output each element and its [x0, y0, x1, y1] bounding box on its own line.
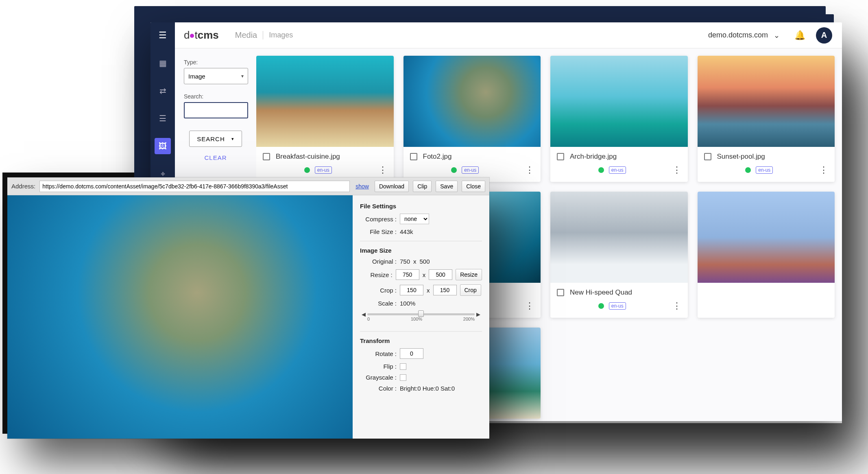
clear-button[interactable]: CLEAR — [184, 154, 247, 161]
lang-chip: en-us — [609, 302, 626, 310]
card-thumbnail[interactable] — [698, 192, 835, 283]
flip-checkbox[interactable] — [400, 363, 406, 370]
crop-label: Crop : — [360, 287, 397, 294]
menu-button[interactable]: ☰ — [150, 22, 175, 48]
brand-t: t — [194, 29, 197, 41]
save-button[interactable]: Save — [436, 181, 458, 192]
card-menu-button[interactable]: ⋮ — [819, 165, 828, 175]
editor-body: File Settings Compress : none File Size … — [7, 195, 489, 439]
card-menu-button[interactable]: ⋮ — [672, 165, 681, 175]
original-h: 500 — [420, 258, 430, 265]
scale-label: Scale : — [360, 300, 397, 307]
sitemap-icon: ⇄ — [159, 86, 166, 96]
card-checkbox[interactable] — [410, 153, 417, 160]
card-title: Sunset-pool.jpg — [717, 153, 765, 161]
transform-heading: Transform — [360, 337, 482, 344]
x-sep: x — [423, 271, 426, 278]
rotate-input[interactable] — [400, 348, 423, 359]
search-label: Search: — [184, 93, 247, 100]
resize-w-input[interactable] — [396, 269, 419, 280]
breadcrumb-section: Media — [235, 31, 257, 40]
search-button[interactable]: SEARCH ▾ — [189, 131, 242, 147]
media-card — [698, 192, 835, 318]
card-menu-button[interactable]: ⋮ — [525, 301, 534, 311]
crop-button[interactable]: Crop — [460, 284, 481, 296]
x-sep: x — [427, 287, 430, 294]
avatar[interactable]: A — [816, 27, 832, 44]
address-input[interactable] — [39, 181, 350, 192]
scale-tick-200: 200% — [463, 317, 475, 321]
grayscale-label: Grayscale : — [360, 374, 397, 381]
slider-right-arrow-icon: ▶ — [476, 311, 480, 317]
scale-tick-100: 100% — [411, 317, 422, 321]
domain-selector-dropdown[interactable]: ⌄ — [774, 31, 780, 40]
notifications-button[interactable]: 🔔 — [794, 30, 805, 41]
show-link[interactable]: show — [355, 183, 369, 190]
card-title: Foto2.jpg — [423, 153, 452, 161]
rail-list[interactable]: ☰ — [155, 110, 171, 127]
compress-label: Compress : — [360, 216, 397, 223]
card-thumbnail[interactable] — [256, 56, 394, 147]
editor-sidebar: File Settings Compress : none File Size … — [353, 195, 489, 439]
card-menu-button[interactable]: ⋮ — [525, 165, 534, 175]
card-thumbnail[interactable] — [550, 56, 688, 147]
dashboard-icon: ▦ — [159, 58, 167, 68]
card-checkbox[interactable] — [557, 153, 564, 160]
card-checkbox[interactable] — [263, 153, 270, 160]
clip-button[interactable]: Clip — [413, 181, 432, 192]
original-label: Original : — [360, 258, 397, 265]
grayscale-checkbox[interactable] — [400, 374, 406, 381]
status-dot-icon — [598, 167, 604, 173]
scale-tick-0: 0 — [367, 317, 370, 321]
resize-button[interactable]: Resize — [456, 269, 482, 280]
lang-chip: en-us — [609, 166, 626, 174]
crop-w-input[interactable] — [400, 285, 423, 295]
scale-value: 100% — [400, 300, 415, 307]
rail-media[interactable]: 🖼 — [155, 138, 171, 154]
card-thumbnail[interactable] — [403, 56, 541, 147]
editor-preview — [7, 195, 353, 439]
card-menu-button[interactable]: ⋮ — [672, 301, 681, 311]
lang-chip: en-us — [756, 166, 773, 174]
card-title: Breakfast-cuisine.jpg — [276, 153, 340, 161]
close-button[interactable]: Close — [462, 181, 485, 192]
bell-icon: 🔔 — [794, 30, 805, 40]
media-card: Foto2.jpg en-us ⋮ — [403, 56, 541, 182]
file-settings-heading: File Settings — [360, 203, 482, 210]
scale-slider[interactable]: ◀▶ 0 100% 200% — [360, 311, 482, 325]
status-dot-icon — [451, 167, 457, 173]
crop-h-input[interactable] — [433, 285, 457, 295]
brand-dot-icon — [190, 34, 194, 38]
image-icon: 🖼 — [159, 142, 167, 151]
color-label: Color : — [360, 385, 397, 392]
brand-cms: cms — [198, 29, 219, 41]
image-editor-window: Address: show Download Clip Save Close F… — [7, 177, 489, 439]
card-menu-button[interactable]: ⋮ — [378, 165, 387, 175]
rail-dashboard[interactable]: ▦ — [155, 55, 171, 71]
lang-chip: en-us — [462, 166, 479, 174]
flip-label: Flip : — [360, 363, 397, 370]
compress-select[interactable]: none — [400, 214, 429, 224]
search-input[interactable] — [184, 102, 248, 118]
resize-label: Resize : — [360, 271, 393, 278]
card-thumbnail[interactable] — [698, 56, 835, 147]
brand-d: d — [184, 29, 190, 41]
chevron-down-icon: ⌄ — [774, 31, 780, 39]
rail-sitemap[interactable]: ⇄ — [155, 83, 171, 99]
editor-preview-image — [7, 195, 353, 439]
slider-knob[interactable] — [418, 310, 424, 317]
type-select[interactable]: Image ▾ — [184, 68, 248, 84]
caret-down-icon: ▾ — [241, 73, 244, 79]
resize-h-input[interactable] — [429, 269, 452, 280]
media-card: Arch-bridge.jpg en-us ⋮ — [550, 56, 688, 182]
caret-down-icon: ▾ — [231, 136, 234, 142]
download-button[interactable]: Download — [375, 181, 409, 192]
list-icon: ☰ — [159, 114, 166, 123]
card-checkbox[interactable] — [557, 289, 564, 296]
filesize-value: 443k — [400, 228, 413, 235]
type-label: Type: — [184, 59, 247, 66]
card-thumbnail[interactable] — [550, 192, 688, 283]
topbar: ☰ dtcms Media Images demo.dotcms.com ⌄ 🔔… — [150, 22, 842, 48]
card-checkbox[interactable] — [704, 153, 711, 160]
lang-chip: en-us — [315, 166, 332, 174]
